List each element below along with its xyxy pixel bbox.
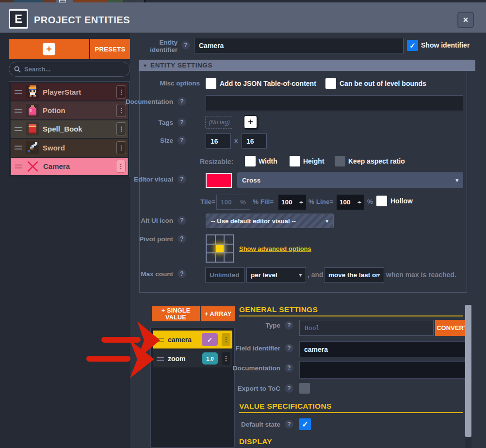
convert-button[interactable]: CONVERT	[435, 320, 469, 336]
entity-row-camera-selected[interactable]: Camera ⋮	[11, 158, 128, 175]
close-button[interactable]: ×	[457, 12, 474, 28]
plus-icon: +	[43, 43, 55, 55]
help-icon[interactable]: ?	[178, 269, 186, 278]
question-glyph: ?	[180, 235, 183, 242]
pivot-cell[interactable]	[224, 253, 233, 262]
size-height-input[interactable]: 16	[242, 133, 267, 149]
spinner-icon[interactable]: ◂▸	[299, 200, 303, 204]
entity-name: Camera	[43, 162, 112, 170]
show-advanced-options-link[interactable]: Show advanced options	[239, 245, 311, 252]
add-array-button[interactable]: + ARRAY	[201, 306, 235, 321]
help-icon[interactable]: ?	[178, 97, 186, 106]
dialog-header: E PROJECT ENTITIES ×	[0, 2, 486, 33]
fill-label: % Fill=	[253, 198, 274, 205]
pivot-cell[interactable]	[206, 244, 215, 253]
help-icon[interactable]: ?	[181, 41, 190, 50]
kebab-icon: ⋮	[118, 88, 125, 96]
help-icon[interactable]: ?	[178, 118, 186, 127]
pivot-cell[interactable]	[206, 235, 215, 244]
field-menu-button[interactable]: ⋮	[222, 333, 230, 346]
behavior-value: move the last one i	[328, 271, 377, 279]
help-icon[interactable]: ?	[285, 321, 293, 330]
help-icon[interactable]: ?	[285, 420, 293, 429]
pivot-cell[interactable]	[224, 235, 233, 244]
question-glyph: ?	[287, 421, 291, 428]
out-of-level-bounds-checkbox[interactable]	[325, 78, 336, 89]
resizable-width-label: Width	[259, 157, 277, 165]
drag-handle-icon[interactable]	[15, 127, 22, 131]
keep-aspect-ratio-checkbox[interactable]	[335, 156, 345, 166]
size-width-input[interactable]: 16	[206, 133, 231, 149]
pivot-cell[interactable]	[224, 244, 233, 253]
add-entity-button[interactable]: +	[9, 39, 89, 59]
drag-handle-icon[interactable]	[15, 146, 22, 149]
help-icon[interactable]: ?	[285, 384, 293, 393]
pivot-cell[interactable]	[206, 253, 215, 262]
entity-menu-button[interactable]: ⋮	[116, 104, 126, 117]
drag-handle-icon[interactable]	[157, 338, 164, 342]
entity-menu-button[interactable]: ⋮	[116, 160, 126, 173]
max-count-behavior-select[interactable]: move the last one i ▾	[324, 267, 384, 282]
alt-ui-value: -- Use default editor visual --	[211, 217, 296, 225]
help-icon[interactable]: ?	[178, 175, 186, 183]
help-icon[interactable]: ?	[178, 216, 186, 225]
add-to-json-toc-checkbox[interactable]	[206, 78, 216, 89]
spinner-icon[interactable]: ◂▸	[357, 200, 361, 204]
search-input[interactable]	[24, 66, 121, 73]
pivot-cell[interactable]	[215, 235, 225, 244]
field-identifier-input[interactable]: camera	[299, 341, 469, 357]
presets-button[interactable]: PRESETS	[90, 39, 130, 59]
bool-default-badge[interactable]: ✓	[202, 333, 218, 346]
alt-ui-icon-select[interactable]: -- Use default editor visual -- ▾	[206, 214, 334, 228]
max-count-input[interactable]: Unlimited	[205, 267, 245, 282]
hollow-checkbox[interactable]	[376, 196, 387, 206]
add-tag-button[interactable]: +	[243, 115, 258, 129]
entity-row-spell-book[interactable]: Spell_Book ⋮	[11, 120, 128, 138]
shape-value: Cross	[242, 177, 260, 184]
export-to-toc-checkbox[interactable]	[299, 383, 310, 394]
playerstart-sprite-icon	[26, 85, 39, 99]
field-type-display: Bool	[299, 320, 434, 336]
drag-handle-icon[interactable]	[15, 109, 22, 113]
help-icon[interactable]: ?	[178, 234, 186, 243]
fill-percent-input[interactable]: 100 ◂▸	[278, 195, 306, 210]
drag-handle-icon[interactable]	[15, 90, 22, 94]
default-state-checkbox[interactable]: ✓	[299, 418, 311, 430]
entity-row-potion[interactable]: Potion ⋮	[11, 101, 128, 119]
pivot-cell-selected[interactable]	[215, 244, 225, 253]
kebab-icon: ⋮	[118, 144, 125, 151]
documentation-input[interactable]	[206, 95, 463, 111]
camera-cross-icon	[26, 160, 39, 173]
editor-visual-color-swatch[interactable]	[206, 173, 232, 188]
entity-settings-header[interactable]: ▾ ENTITY SETTINGS	[139, 60, 475, 71]
line-percent-input[interactable]: 100 ◂▸	[337, 195, 364, 210]
float-default-badge[interactable]: 1.0	[202, 352, 218, 365]
max-count-placeholder: Unlimited	[210, 271, 240, 279]
question-glyph: ?	[180, 119, 183, 126]
drag-handle-icon[interactable]	[15, 165, 22, 168]
help-icon[interactable]: ?	[178, 136, 186, 145]
entity-identifier-label: Entity identifier	[142, 39, 178, 53]
entity-row-sword[interactable]: Sword ⋮	[11, 139, 128, 156]
entity-menu-button[interactable]: ⋮	[116, 85, 126, 99]
potion-sprite-icon	[26, 104, 39, 117]
field-name: camera	[168, 336, 198, 344]
entity-row-playerstart[interactable]: PlayerStart ⋮	[11, 83, 128, 100]
add-single-value-button[interactable]: + SINGLE VALUE	[152, 306, 200, 321]
pivot-cell[interactable]	[215, 253, 225, 262]
size-separator: x	[234, 137, 238, 144]
max-count-label: Max count	[113, 270, 173, 278]
resizable-height-checkbox[interactable]	[290, 156, 300, 166]
field-menu-button[interactable]: ⋮	[222, 352, 230, 365]
editor-visual-shape-select[interactable]: Cross ▾	[237, 172, 463, 188]
max-count-scope-select[interactable]: per level ▾	[246, 267, 306, 282]
drag-handle-icon[interactable]	[157, 357, 164, 361]
entity-identifier-input[interactable]: Camera	[194, 38, 404, 53]
help-icon[interactable]: ?	[285, 344, 293, 352]
question-glyph: ?	[287, 365, 291, 371]
help-icon[interactable]: ?	[285, 364, 293, 372]
field-documentation-input[interactable]	[299, 361, 469, 379]
scrollbar-thumb[interactable]	[465, 305, 471, 437]
show-identifier-checkbox[interactable]: ✓	[407, 40, 418, 51]
resizable-width-checkbox[interactable]	[245, 156, 256, 166]
